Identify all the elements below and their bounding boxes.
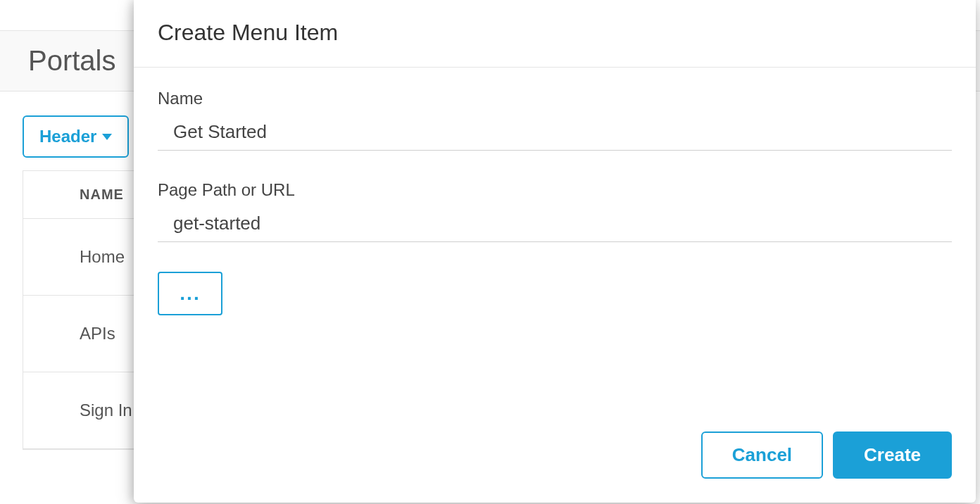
header-dropdown-label: Header — [39, 127, 96, 146]
path-form-group: Page Path or URL — [158, 180, 952, 242]
path-label: Page Path or URL — [158, 180, 952, 200]
ellipsis-icon: ... — [180, 286, 200, 301]
caret-down-icon — [102, 134, 112, 140]
name-label: Name — [158, 89, 952, 108]
name-form-group: Name — [158, 89, 952, 151]
modal-title: Create Menu Item — [158, 20, 952, 46]
modal-footer: Cancel Create — [134, 417, 976, 503]
header-dropdown[interactable]: Header — [23, 115, 129, 158]
modal-body: Name Page Path or URL ... — [134, 68, 976, 417]
path-input[interactable] — [158, 207, 952, 242]
name-input[interactable] — [158, 115, 952, 151]
cancel-button[interactable]: Cancel — [701, 431, 823, 479]
modal-header: Create Menu Item — [134, 0, 976, 68]
create-button[interactable]: Create — [833, 431, 952, 479]
more-options-button[interactable]: ... — [158, 272, 222, 315]
create-menu-item-modal: Create Menu Item Name Page Path or URL .… — [134, 0, 976, 503]
